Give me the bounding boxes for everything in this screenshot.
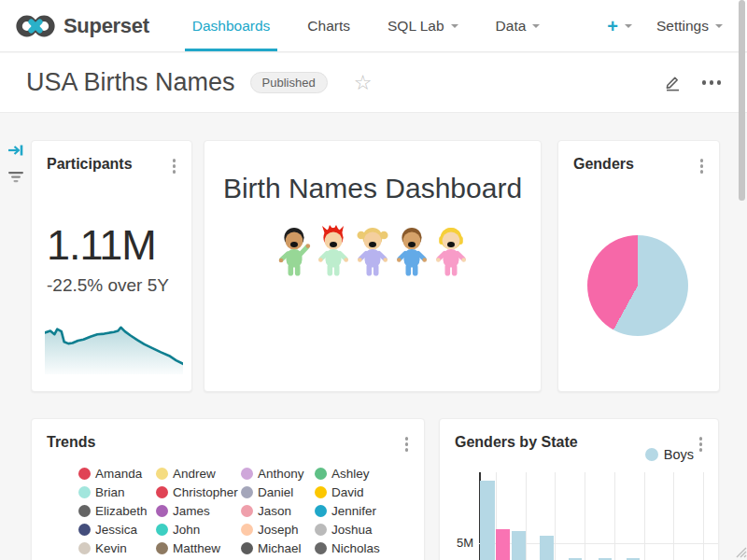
- legend-item-kevin[interactable]: Kevin: [78, 542, 156, 555]
- bar-girls[interactable]: [496, 529, 510, 560]
- legend-label: Jessica: [95, 523, 137, 537]
- chart-card-genders: Genders: [557, 140, 720, 392]
- legend-label: Joseph: [258, 523, 299, 537]
- legend-item-john[interactable]: John: [156, 524, 241, 537]
- legend-item-joseph[interactable]: Joseph: [241, 524, 315, 537]
- kebab-menu-button[interactable]: [698, 156, 707, 176]
- legend-color-dot: [315, 486, 327, 498]
- kebab-menu-button[interactable]: [170, 156, 179, 176]
- legend-color-dot: [78, 524, 91, 536]
- chevron-down-icon: [532, 24, 540, 28]
- legend-item-daniel[interactable]: Daniel: [241, 486, 315, 499]
- expand-filter-bar-button[interactable]: [7, 142, 24, 162]
- bar-chart-legend[interactable]: Boys: [645, 447, 694, 462]
- legend-color-dot: [241, 468, 253, 480]
- markdown-title: Birth Names Dashboard: [204, 173, 541, 204]
- legend-item-joshua[interactable]: Joshua: [315, 524, 424, 537]
- bar-boys[interactable]: [480, 481, 495, 560]
- legend-label: Andrew: [173, 467, 216, 481]
- children-illustration: [204, 225, 541, 277]
- gridline: [673, 472, 674, 560]
- filter-bar-collapsed-button[interactable]: [7, 169, 24, 189]
- legend-color-dot: [78, 542, 91, 554]
- nav-item-data[interactable]: Data: [477, 0, 559, 51]
- legend-item-elizabeth[interactable]: Elizabeth: [78, 505, 156, 518]
- legend-color-dot: [156, 505, 168, 517]
- bar-boys[interactable]: [512, 531, 526, 560]
- legend-color-dot: [315, 505, 327, 517]
- legend-color-dot: [241, 542, 253, 554]
- superset-logo[interactable]: Superset: [15, 13, 149, 39]
- dashboard-title-bar: USA Births Names Published ☆: [0, 53, 747, 113]
- legend-color-dot: [156, 468, 168, 480]
- ellipsis-icon: [702, 80, 707, 85]
- pie-chart: [587, 235, 688, 336]
- favorite-star-icon[interactable]: ☆: [354, 73, 373, 93]
- legend-item-jason[interactable]: Jason: [241, 505, 315, 518]
- kebab-menu-button[interactable]: [697, 434, 706, 455]
- legend-label: Nicholas: [331, 541, 380, 555]
- nav-item-charts[interactable]: Charts: [289, 0, 369, 51]
- legend-label: Kevin: [95, 541, 127, 555]
- chart-title: Genders: [573, 156, 634, 173]
- arrow-to-bar-icon: [7, 142, 24, 159]
- legend-item-jessica[interactable]: Jessica: [78, 524, 156, 537]
- legend-item-matthew[interactable]: Matthew: [156, 542, 241, 555]
- chevron-down-icon: [451, 24, 458, 28]
- resize-grip-icon[interactable]: [733, 544, 747, 560]
- nav-item-sql-lab[interactable]: SQL Lab: [369, 0, 477, 51]
- legend-color-dot: [156, 524, 168, 536]
- legend-color-dot: [315, 468, 327, 480]
- legend-label: Michael: [258, 541, 302, 555]
- big-number-value: 1.11M: [47, 221, 191, 270]
- legend-item-james[interactable]: James: [156, 505, 241, 518]
- legend-label: Elizabeth: [95, 504, 148, 518]
- legend-label: John: [173, 523, 200, 537]
- gridline: [703, 472, 704, 560]
- gridline: [614, 472, 615, 560]
- legend-label: Matthew: [173, 541, 220, 555]
- legend-item-jennifer[interactable]: Jennifer: [315, 505, 424, 518]
- legend-label: James: [173, 504, 210, 518]
- vertical-scrollbar-thumb[interactable]: [739, 0, 745, 201]
- legend-label: David: [331, 485, 364, 499]
- legend-color-dot: [241, 524, 253, 536]
- legend-label: Ashley: [331, 467, 370, 481]
- legend-item-michael[interactable]: Michael: [241, 542, 315, 555]
- legend-label: Amanda: [95, 467, 142, 481]
- legend-color-dot: [241, 505, 253, 517]
- y-axis-tick-label: 5M: [445, 536, 473, 550]
- markdown-header-card: Birth Names Dashboard: [204, 140, 542, 392]
- legend-item-anthony[interactable]: Anthony: [241, 468, 315, 481]
- child-figure: [433, 225, 469, 277]
- big-number-subheader: -22.5% over 5Y: [47, 275, 191, 296]
- legend-item-david[interactable]: David: [315, 486, 424, 499]
- new-button[interactable]: +: [607, 17, 632, 35]
- kebab-menu-button[interactable]: [402, 434, 412, 455]
- legend-item-ashley[interactable]: Ashley: [315, 468, 424, 481]
- chart-card-genders-by-state: Genders by State Boys 5M4M3M: [439, 418, 719, 560]
- filter-funnel-icon: [7, 169, 24, 186]
- legend-color-dot: [315, 542, 327, 554]
- legend-color-dot: [645, 448, 658, 461]
- legend-label: Brian: [95, 485, 125, 499]
- trendline-sparkline: [45, 316, 183, 378]
- legend-item-nicholas[interactable]: Nicholas: [315, 542, 424, 555]
- legend-color-dot: [315, 524, 327, 536]
- nav-menu: DashboardsChartsSQL LabData: [174, 0, 559, 51]
- legend-item-andrew[interactable]: Andrew: [156, 468, 241, 481]
- bar-boys[interactable]: [540, 536, 554, 560]
- chart-card-trends: Trends Amanda Andrew Anthony Ashley Bria…: [31, 418, 425, 560]
- nav-right: + Settings: [607, 17, 723, 35]
- legend-item-amanda[interactable]: Amanda: [78, 468, 156, 481]
- published-badge[interactable]: Published: [250, 72, 328, 93]
- legend-item-brian[interactable]: Brian: [78, 486, 156, 499]
- legend-color-dot: [156, 486, 168, 498]
- more-actions-button[interactable]: [702, 80, 722, 85]
- legend-item-christopher[interactable]: Christopher: [156, 486, 241, 499]
- edit-dashboard-button[interactable]: [664, 74, 682, 91]
- nav-item-dashboards[interactable]: Dashboards: [174, 0, 289, 51]
- child-figure: [394, 225, 430, 277]
- settings-menu[interactable]: Settings: [656, 18, 723, 35]
- legend-label: Christopher: [173, 485, 238, 499]
